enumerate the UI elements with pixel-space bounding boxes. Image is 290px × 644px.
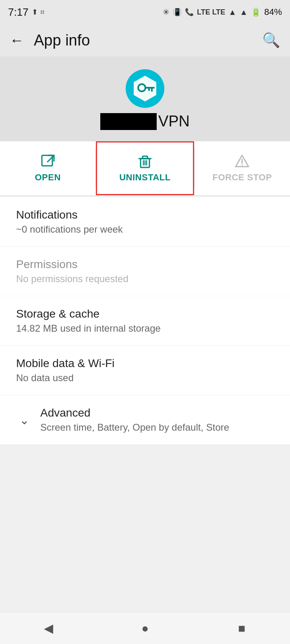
open-icon (40, 154, 56, 169)
storage-item[interactable]: Storage & cache 14.82 MB used in interna… (0, 296, 290, 346)
advanced-title: Advanced (40, 407, 274, 419)
signal-icon2: ▲ (240, 8, 248, 17)
vibrate-icon: 📳 (173, 8, 182, 17)
svg-point-17 (242, 165, 243, 166)
back-nav-icon: ◀ (44, 621, 53, 635)
svg-rect-11 (143, 156, 147, 159)
bluetooth-icon: ✳ (163, 7, 170, 17)
upload-icon: ⬆ (32, 8, 38, 17)
svg-line-8 (48, 155, 54, 162)
svg-rect-5 (42, 155, 52, 166)
notifications-subtitle: ~0 notifications per week (16, 224, 274, 235)
home-nav-button[interactable]: ● (129, 616, 161, 640)
app-name-row: VPN (100, 113, 190, 130)
status-left: 7:17 ⬆ ⌗ (8, 6, 44, 19)
permissions-title: Permissions (16, 258, 274, 271)
storage-title: Storage & cache (16, 308, 274, 320)
status-icons: ⬆ ⌗ (32, 8, 44, 17)
recents-nav-button[interactable]: ■ (226, 616, 258, 640)
advanced-item[interactable]: ⌄ Advanced Screen time, Battery, Open by… (0, 395, 290, 445)
recents-nav-icon: ■ (238, 621, 245, 635)
usb-icon: ⌗ (40, 8, 44, 17)
search-icon[interactable]: 🔍 (262, 32, 280, 49)
force-stop-button[interactable]: FORCE STOP (195, 141, 290, 195)
signal-icon: ▲ (228, 8, 236, 17)
home-nav-icon: ● (141, 621, 149, 635)
page-title: App info (34, 32, 90, 49)
app-name-redacted (100, 113, 157, 130)
back-nav-button[interactable]: ◀ (32, 616, 64, 640)
actions-row: OPEN UNINSTALL FORCE STOP (0, 141, 290, 196)
mobile-data-title: Mobile data & Wi-Fi (16, 357, 274, 370)
top-bar: ← App info 🔍 (0, 24, 290, 56)
open-label: OPEN (35, 172, 60, 183)
notifications-title: Notifications (16, 208, 274, 221)
app-name-text: VPN (158, 113, 190, 130)
battery-percent: 84% (264, 7, 282, 17)
open-button[interactable]: OPEN (0, 141, 95, 195)
status-right: ✳ 📳 📞 LTE LTE ▲ ▲ 🔋 84% (163, 7, 282, 17)
uninstall-label: UNINSTALL (119, 172, 171, 183)
permissions-item[interactable]: Permissions No permissions requested (0, 247, 290, 296)
advanced-subtitle: Screen time, Battery, Open by default, S… (40, 422, 274, 433)
settings-list: Notifications ~0 notifications per week … (0, 197, 290, 445)
permissions-subtitle: No permissions requested (16, 273, 274, 285)
bottom-nav: ◀ ● ■ (0, 612, 290, 644)
app-header: VPN (0, 56, 290, 141)
app-icon (126, 69, 164, 108)
mobile-data-item[interactable]: Mobile data & Wi-Fi No data used (0, 346, 290, 395)
force-stop-label: FORCE STOP (213, 172, 272, 183)
call-icon: 📞 (185, 8, 194, 17)
force-stop-icon (234, 154, 250, 169)
app-icon-svg (130, 74, 160, 103)
advanced-content: Advanced Screen time, Battery, Open by d… (40, 407, 274, 433)
uninstall-icon (137, 154, 153, 169)
back-arrow-icon: ← (10, 32, 24, 49)
back-button[interactable]: ← App info (10, 32, 90, 49)
storage-subtitle: 14.82 MB used in internal storage (16, 323, 274, 334)
chevron-down-icon: ⌄ (16, 413, 32, 427)
status-time: 7:17 (8, 6, 29, 19)
mobile-data-subtitle: No data used (16, 372, 274, 384)
notifications-item[interactable]: Notifications ~0 notifications per week (0, 197, 290, 247)
battery-icon: 🔋 (251, 7, 261, 17)
status-bar: 7:17 ⬆ ⌗ ✳ 📳 📞 LTE LTE ▲ ▲ 🔋 84% (0, 0, 290, 24)
uninstall-button[interactable]: UNINSTALL (96, 141, 194, 195)
lte-label: LTE LTE (197, 8, 225, 17)
